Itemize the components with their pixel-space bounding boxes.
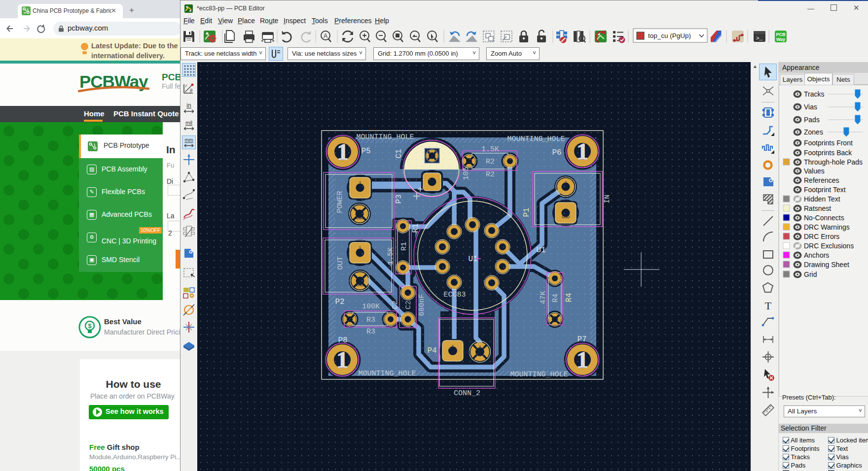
svg-text:$: $ (88, 322, 92, 330)
svg-text:Anchors: Anchors (804, 251, 829, 259)
svg-text:in: in (186, 102, 191, 109)
svg-text:r: r (185, 83, 187, 88)
svg-text:R2: R2 (486, 170, 495, 179)
svg-text:CONN_2: CONN_2 (454, 389, 480, 398)
svg-text:P1: P1 (564, 196, 571, 202)
svg-text:R4: R4 (565, 293, 574, 302)
svg-text:Footprints Front: Footprints Front (804, 139, 853, 147)
svg-text:>_: >_ (756, 35, 763, 41)
svg-text:Drawing Sheet: Drawing Sheet (804, 261, 849, 269)
svg-text:top_cu (PgUp): top_cu (PgUp) (648, 32, 691, 39)
svg-text:R3: R3 (366, 328, 375, 336)
svg-text:R3: R3 (366, 316, 375, 324)
svg-text:Ratsnest: Ratsnest (804, 204, 831, 212)
svg-text:T: T (765, 300, 772, 312)
svg-text:MOUNTING_HOLE: MOUNTING_HOLE (356, 133, 414, 141)
svg-text:P7: P7 (577, 335, 586, 344)
svg-text:R2: R2 (486, 158, 495, 166)
svg-text:2: 2 (564, 181, 567, 186)
svg-text:References: References (804, 176, 839, 184)
svg-text:R1: R1 (411, 223, 420, 233)
svg-text:DRC Warnings: DRC Warnings (804, 223, 850, 231)
svg-text:Footprint Text: Footprint Text (804, 186, 846, 194)
svg-text:Tracks: Tracks (804, 90, 824, 98)
svg-text:1: 1 (451, 344, 454, 349)
svg-text:P3: P3 (395, 194, 403, 203)
svg-text:Zones: Zones (804, 128, 823, 136)
svg-text:1.5K: 1.5K (481, 145, 499, 154)
svg-text:θ: θ (190, 88, 192, 93)
svg-text:P8: P8 (338, 336, 347, 345)
svg-text:No-Connects: No-Connects (804, 214, 844, 222)
svg-text:P4: P4 (427, 346, 436, 355)
svg-text:OUT: OUT (336, 256, 345, 269)
svg-text:P5: P5 (361, 147, 370, 156)
svg-text:Footprints Back: Footprints Back (804, 149, 852, 157)
svg-text:Values: Values (804, 167, 825, 175)
svg-text:Grid: Grid (804, 270, 817, 278)
svg-text:mm: mm (185, 137, 193, 143)
svg-text:Through-hole Pads: Through-hole Pads (804, 158, 863, 166)
svg-text:PCB: PCB (776, 32, 786, 37)
svg-text:POWER: POWER (336, 191, 344, 213)
svg-text:C2: C2 (404, 301, 413, 309)
svg-text:1.5K: 1.5K (387, 247, 395, 265)
svg-text:IN: IN (603, 195, 612, 203)
svg-text:Vias: Vias (804, 103, 817, 111)
svg-text:GND: GND (356, 216, 363, 221)
svg-text:2: 2 (478, 345, 481, 350)
svg-text:C1: C1 (395, 149, 403, 158)
svg-text:Hidden Text: Hidden Text (804, 195, 840, 203)
svg-text:P6: P6 (552, 148, 561, 157)
svg-text:1: 1 (359, 181, 361, 186)
svg-text:P4: P4 (463, 350, 470, 357)
svg-text:GND: GND (356, 283, 364, 288)
svg-text:MOUNTING_HOLE: MOUNTING_HOLE (358, 370, 416, 378)
svg-text:mil: mil (185, 120, 192, 126)
svg-text:U1: U1 (468, 255, 477, 264)
svg-text:MOUNTING_HOLE: MOUNTING_HOLE (510, 370, 568, 379)
svg-text:R4: R4 (551, 294, 560, 303)
svg-text:680nF: 680nF (418, 294, 426, 316)
svg-text:R1: R1 (400, 242, 408, 251)
svg-text:DRC Exclusions: DRC Exclusions (804, 242, 854, 250)
svg-text:U1: U1 (536, 246, 545, 255)
svg-text:A: A (324, 33, 327, 39)
svg-text:C2: C2 (391, 301, 399, 309)
svg-text:Pads: Pads (804, 116, 820, 124)
svg-text:ECC83: ECC83 (443, 291, 466, 299)
svg-text:100K: 100K (362, 303, 380, 311)
svg-text:MOUNTING_HOLE: MOUNTING_HOLE (507, 135, 565, 143)
svg-text:DRC Errors: DRC Errors (804, 233, 839, 240)
svg-text:P2: P2 (335, 298, 344, 306)
svg-text:GND: GND (562, 215, 570, 220)
svg-text:105: 105 (462, 167, 470, 180)
svg-text:47K: 47K (539, 291, 547, 304)
svg-text:1: 1 (359, 246, 361, 251)
svg-text:P1: P1 (522, 207, 531, 217)
svg-text:Way: Way (776, 37, 785, 42)
